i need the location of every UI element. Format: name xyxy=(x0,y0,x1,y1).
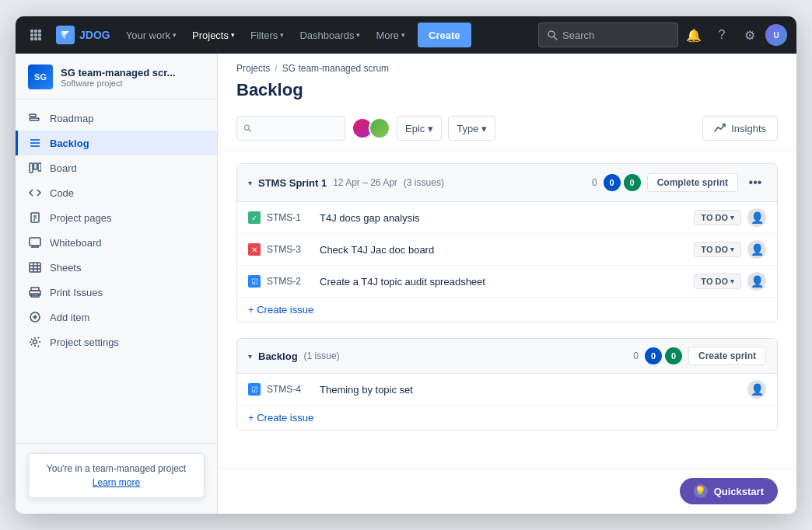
sprint-name: STMS Sprint 1 xyxy=(258,177,327,189)
issue-assignee[interactable]: 👤 xyxy=(747,240,766,259)
sidebar-item-backlog[interactable]: Backlog xyxy=(16,131,217,155)
help-icon[interactable]: ? xyxy=(709,23,734,47)
issue-type-task-icon: ☑ xyxy=(248,383,261,396)
quickstart-bar: 💡 Quickstart xyxy=(218,468,796,514)
sprint-more-icon[interactable]: ••• xyxy=(744,172,766,194)
svg-rect-0 xyxy=(30,30,33,33)
app-logo[interactable]: JDOG xyxy=(50,26,117,44)
issue-status-button[interactable]: TO DO ▾ xyxy=(694,242,741,257)
svg-rect-12 xyxy=(30,118,39,120)
type-filter-button[interactable]: Type ▾ xyxy=(448,116,495,141)
sidebar-item-board[interactable]: Board xyxy=(16,155,217,180)
sidebar-bottom: You're in a team-managed project Learn m… xyxy=(16,443,217,514)
avatar-group xyxy=(352,117,390,139)
quickstart-button[interactable]: 💡 Quickstart xyxy=(680,478,778,504)
svg-point-9 xyxy=(548,31,555,37)
table-row[interactable]: ☑ STMS-4 Theming by topic set 👤 xyxy=(237,374,777,406)
issue-key: STMS-1 xyxy=(267,212,313,223)
issue-title: Check T4J Jac doc board xyxy=(320,244,688,256)
create-issue-backlog[interactable]: + Create issue xyxy=(237,406,777,430)
chevron-down-icon: ▾ xyxy=(481,123,487,134)
issue-key: STMS-2 xyxy=(267,276,313,287)
sidebar-item-sheets[interactable]: Sheets xyxy=(16,255,217,280)
svg-rect-8 xyxy=(38,37,41,40)
issue-key: STMS-3 xyxy=(267,244,313,255)
learn-more-link[interactable]: Learn more xyxy=(40,477,193,488)
sidebar-item-label: Board xyxy=(50,162,205,174)
svg-rect-16 xyxy=(30,163,33,173)
issue-assignee[interactable]: 👤 xyxy=(747,380,766,399)
svg-rect-17 xyxy=(34,163,37,169)
sidebar-item-project-settings[interactable]: Project settings xyxy=(16,330,217,354)
sidebar-item-whiteboard[interactable]: Whiteboard xyxy=(16,230,217,255)
settings-icon[interactable]: ⚙ xyxy=(737,23,762,47)
search-placeholder: Search xyxy=(562,30,594,41)
project-name: SG team-managed scr... xyxy=(61,67,205,78)
create-button[interactable]: Create xyxy=(418,23,471,47)
filters-nav[interactable]: Filters ▾ xyxy=(244,23,290,47)
user-avatar-filter-2[interactable] xyxy=(369,117,390,139)
table-row[interactable]: ☑ STMS-2 Create a T4J topic audit spread… xyxy=(237,266,777,298)
chevron-down-icon: ▾ xyxy=(280,31,284,39)
backlog-icon xyxy=(28,136,42,150)
notifications-icon[interactable]: 🔔 xyxy=(681,23,706,47)
badge-zero: 0 xyxy=(592,177,597,188)
breadcrumb-project-name[interactable]: SG team-managed scrum xyxy=(282,63,389,74)
sprint-name: Backlog xyxy=(258,350,298,362)
table-row[interactable]: ✕ STMS-3 Check T4J Jac doc board TO DO ▾… xyxy=(237,234,777,266)
badge-blue: 0 xyxy=(645,347,662,364)
pages-icon xyxy=(28,211,42,225)
team-managed-tooltip: You're in a team-managed project Learn m… xyxy=(28,453,205,498)
complete-sprint-button[interactable]: Complete sprint xyxy=(647,173,738,192)
sidebar-item-roadmap[interactable]: Roadmap xyxy=(16,106,217,131)
issue-type-story-icon: ✓ xyxy=(248,211,261,224)
issue-assignee[interactable]: 👤 xyxy=(747,272,766,291)
search-filter-icon xyxy=(243,124,251,133)
more-nav[interactable]: More ▾ xyxy=(369,23,411,47)
projects-nav[interactable]: Projects ▾ xyxy=(186,23,241,47)
issue-assignee[interactable]: 👤 xyxy=(747,208,766,227)
search-filter[interactable] xyxy=(236,116,345,141)
svg-rect-23 xyxy=(30,238,40,246)
svg-rect-1 xyxy=(34,30,37,33)
search-filter-input[interactable] xyxy=(256,123,338,134)
insights-button[interactable]: Insights xyxy=(702,116,778,141)
chevron-down-icon: ▾ xyxy=(428,123,433,134)
settings-gear-icon xyxy=(28,335,42,349)
your-work-nav[interactable]: Your work ▾ xyxy=(120,23,183,47)
app-title: JDOG xyxy=(79,29,110,41)
issue-status-button[interactable]: TO DO ▾ xyxy=(694,210,741,225)
svg-line-40 xyxy=(249,130,251,132)
svg-rect-4 xyxy=(34,33,37,37)
sprint-section-1: ▾ STMS Sprint 1 12 Apr – 26 Apr (3 issue… xyxy=(236,163,778,323)
create-sprint-button[interactable]: Create sprint xyxy=(688,347,766,365)
search-bar[interactable]: Search xyxy=(538,23,678,47)
breadcrumb-projects[interactable]: Projects xyxy=(236,63,270,74)
sidebar-item-print-issues[interactable]: Print Issues xyxy=(16,280,217,305)
sidebar-item-label: Project settings xyxy=(50,336,205,348)
issue-title: T4J docs gap analysis xyxy=(320,212,688,224)
badge-blue: 0 xyxy=(604,174,621,191)
sidebar: SG SG team-managed scr... Software proje… xyxy=(16,54,218,514)
sidebar-item-add-item[interactable]: Add item xyxy=(16,305,217,330)
create-issue-sprint1[interactable]: + Create issue xyxy=(237,298,777,322)
badge-zero: 0 xyxy=(633,350,639,361)
table-row[interactable]: ✓ STMS-1 T4J docs gap analysis TO DO ▾ 👤 xyxy=(237,202,777,234)
chevron-down-icon: ▾ xyxy=(231,31,235,39)
grid-icon[interactable] xyxy=(25,24,47,46)
sprint-chevron-icon[interactable]: ▾ xyxy=(248,179,252,187)
sidebar-item-label: Project pages xyxy=(50,212,205,224)
dashboards-nav[interactable]: Dashboards ▾ xyxy=(293,23,366,47)
sprint-badges: 0 0 0 xyxy=(592,174,641,191)
sidebar-item-project-pages[interactable]: Project pages xyxy=(16,205,217,230)
epic-filter-button[interactable]: Epic ▾ xyxy=(397,116,442,141)
svg-rect-27 xyxy=(30,263,40,272)
sidebar-item-code[interactable]: Code xyxy=(16,180,217,205)
roadmap-icon xyxy=(28,111,42,125)
sprint-chevron-icon[interactable]: ▾ xyxy=(248,352,252,361)
issue-status-button[interactable]: TO DO ▾ xyxy=(694,274,741,289)
page-header: Backlog xyxy=(218,77,796,110)
user-avatar[interactable]: U xyxy=(765,24,787,46)
project-info: SG team-managed scr... Software project xyxy=(61,67,205,88)
svg-point-39 xyxy=(244,125,249,130)
